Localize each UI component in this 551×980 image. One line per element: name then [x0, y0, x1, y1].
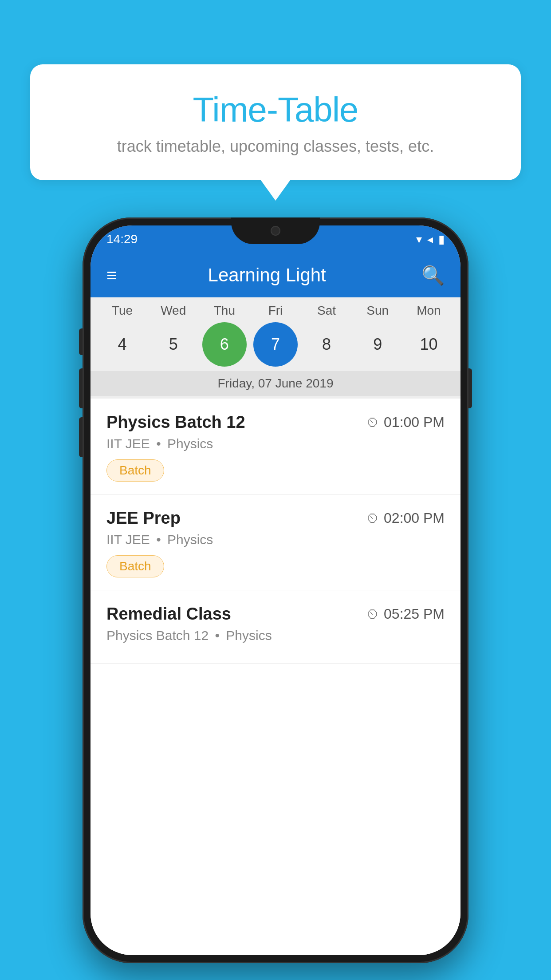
day-10[interactable]: 10 [406, 322, 451, 367]
schedule-item-sub-3: Physics Batch 12 • Physics [106, 628, 445, 643]
schedule-time-value-3: 05:25 PM [384, 606, 445, 622]
schedule-item-3[interactable]: Remedial Class ⏲ 05:25 PM Physics Batch … [91, 590, 460, 664]
schedule-item-time-2: ⏲ 02:00 PM [366, 510, 445, 526]
camera [271, 226, 280, 236]
clock-icon-1: ⏲ [366, 415, 379, 430]
calendar-bar: Tue Wed Thu Fri Sat Sun Mon 4 5 6 7 8 [91, 297, 460, 399]
day-label-wed: Wed [151, 304, 196, 318]
phone-screen: 14:29 ▾ ◂ ▮ ≡ Learning Light 🔍 T [91, 225, 460, 955]
schedule-list: Physics Batch 12 ⏲ 01:00 PM IIT JEE • Ph… [91, 399, 460, 955]
notch [231, 217, 320, 244]
tooltip-card: Time-Table track timetable, upcoming cla… [30, 64, 521, 180]
batch-tag-1: Batch [106, 459, 164, 482]
day-7-selected[interactable]: 7 [253, 322, 298, 367]
phone-mockup: 14:29 ▾ ◂ ▮ ≡ Learning Light 🔍 T [83, 217, 468, 963]
day-label-thu: Thu [202, 304, 247, 318]
day-8[interactable]: 8 [304, 322, 349, 367]
app-title: Learning Light [130, 265, 404, 286]
tooltip-subtitle: track timetable, upcoming classes, tests… [52, 137, 499, 156]
app-bar: ≡ Learning Light 🔍 [91, 253, 460, 297]
schedule-item-time-3: ⏲ 05:25 PM [366, 606, 445, 622]
schedule-item-name-2: JEE Prep [106, 509, 181, 528]
batch-tag-2: Batch [106, 555, 164, 577]
selected-date-label: Friday, 07 June 2019 [91, 371, 460, 396]
day-labels: Tue Wed Thu Fri Sat Sun Mon [91, 304, 460, 318]
day-9[interactable]: 9 [355, 322, 400, 367]
search-button[interactable]: 🔍 [421, 265, 445, 286]
day-label-mon: Mon [406, 304, 451, 318]
signal-icon: ◂ [427, 233, 433, 246]
phone-outer: 14:29 ▾ ◂ ▮ ≡ Learning Light 🔍 T [83, 217, 468, 963]
schedule-time-value-2: 02:00 PM [384, 510, 445, 526]
day-label-sat: Sat [304, 304, 349, 318]
tooltip-title: Time-Table [52, 91, 499, 129]
battery-icon: ▮ [438, 233, 445, 246]
schedule-item-sub-2: IIT JEE • Physics [106, 532, 445, 547]
day-label-fri: Fri [253, 304, 298, 318]
schedule-item-time-1: ⏲ 01:00 PM [366, 414, 445, 431]
clock-icon-2: ⏲ [366, 511, 379, 526]
day-numbers: 4 5 6 7 8 9 10 [91, 322, 460, 367]
schedule-item-name-3: Remedial Class [106, 605, 231, 624]
day-label-tue: Tue [100, 304, 145, 318]
schedule-item-sub-1: IIT JEE • Physics [106, 436, 445, 451]
day-5[interactable]: 5 [151, 322, 196, 367]
day-label-sun: Sun [355, 304, 400, 318]
hamburger-icon[interactable]: ≡ [106, 266, 117, 284]
wifi-icon: ▾ [416, 233, 422, 246]
schedule-item-2[interactable]: JEE Prep ⏲ 02:00 PM IIT JEE • Physics Ba… [91, 494, 460, 590]
schedule-time-value-1: 01:00 PM [384, 414, 445, 431]
status-icons: ▾ ◂ ▮ [416, 233, 445, 246]
status-time: 14:29 [106, 232, 138, 246]
day-4[interactable]: 4 [100, 322, 145, 367]
day-6-today[interactable]: 6 [202, 322, 247, 367]
schedule-item-name-1: Physics Batch 12 [106, 413, 245, 432]
clock-icon-3: ⏲ [366, 607, 379, 622]
schedule-item-1[interactable]: Physics Batch 12 ⏲ 01:00 PM IIT JEE • Ph… [91, 399, 460, 494]
